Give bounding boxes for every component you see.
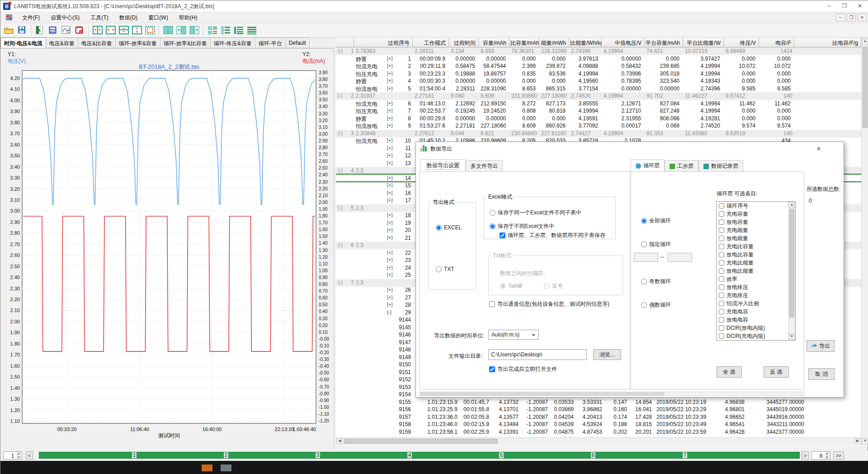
table-row-4[interactable]: [+]4静置00:00:30.30.000000.000000.0000.000… xyxy=(336,77,861,85)
layout-list-3-icon[interactable] xyxy=(232,24,245,36)
tab-multifile-export[interactable]: 多文件导出 xyxy=(466,160,503,172)
column-header-8[interactable]: 中值电压/V xyxy=(602,38,645,47)
column-header-0[interactable] xyxy=(336,38,354,47)
radio-different-excel-file[interactable]: 保存于不同Excel文件中 xyxy=(490,223,554,230)
radio-odd-cycles[interactable]: 奇数循环 xyxy=(641,278,671,285)
page-next-button[interactable]: > xyxy=(802,451,809,460)
taskbar-app-icon-2[interactable] xyxy=(221,465,231,471)
table-row-5[interactable]: [+]5恒流放电01:54:00.42.28311228.310908.6538… xyxy=(336,85,861,93)
item-checkbox[interactable] xyxy=(719,268,724,274)
radio-even-cycles[interactable]: 偶数循环 xyxy=(641,301,671,309)
browse-button[interactable]: 浏览... xyxy=(593,349,621,360)
minimize-button[interactable]: ─ xyxy=(821,0,837,12)
list-item-充电比容量[interactable]: 充电比容量 xyxy=(717,242,795,251)
export-button[interactable]: 导出 xyxy=(807,340,835,352)
checkbox-channel-info[interactable]: 导出通道信息(包括设备信息、测试时间信息等) xyxy=(489,300,609,308)
table-row-2[interactable]: [+]2恒流充电00:29:11.90.5847558.475442.39923… xyxy=(336,62,861,70)
item-checkbox[interactable] xyxy=(719,211,724,217)
tab-export-settings[interactable]: 数据导出设置 xyxy=(420,159,466,171)
pager-number-7[interactable]: 7 xyxy=(683,452,687,458)
checkbox-open-after-export[interactable]: 导出完成后立即打开文件 xyxy=(489,365,557,373)
page-prev-button[interactable]: < xyxy=(26,451,33,460)
scroll-right-icon[interactable]: ▶ xyxy=(854,438,861,444)
radio-excel[interactable]: EXCEL xyxy=(436,224,462,231)
list-item-放电比能量[interactable]: 放电比能量 xyxy=(717,267,795,275)
list-item-充电终压[interactable]: 充电终压 xyxy=(717,291,795,299)
page-spinner-left[interactable]: 1▲▼ xyxy=(3,451,22,460)
excel-export-icon[interactable]: X xyxy=(34,24,46,36)
cancel-button[interactable]: 取 消 xyxy=(808,368,835,380)
select-all-button[interactable]: 全 选 xyxy=(717,366,742,378)
radio-comma[interactable]: 逗号 xyxy=(544,282,563,290)
table-row-9155[interactable]: 91551.01:23:15.900:01:45.74.13732-1.2008… xyxy=(336,398,861,406)
column-header-11[interactable]: 终压/V xyxy=(724,38,759,47)
list-item-充电电容[interactable]: 充电电容 xyxy=(717,308,795,316)
list-item-充电能量[interactable]: 充电能量 xyxy=(717,226,795,234)
item-checkbox[interactable] xyxy=(719,284,724,290)
list-item-放电电容[interactable]: 放电电容 xyxy=(717,316,795,324)
list-item-充电比能量[interactable]: 充电比能量 xyxy=(717,259,795,267)
item-checkbox[interactable] xyxy=(719,293,724,298)
menu-item-5[interactable]: 帮助(H) xyxy=(174,12,203,23)
column-header-2[interactable]: 工作模式 xyxy=(413,38,449,47)
collapse-icon[interactable]: [-] xyxy=(338,130,343,136)
save-file-icon[interactable] xyxy=(16,24,28,36)
maximize-button[interactable]: ❐ xyxy=(837,0,852,12)
mdi-restore-button[interactable]: ❐ xyxy=(847,14,856,21)
layout-list-4-icon[interactable] xyxy=(245,24,258,36)
table-row-2[interactable]: [-]22.319372.271819.0808.609231.93660227… xyxy=(336,92,861,100)
menu-item-1[interactable]: 设置中心(S) xyxy=(45,12,85,23)
list-item-效率[interactable]: 效率 xyxy=(717,275,795,283)
cycle-range-start-input[interactable] xyxy=(634,253,658,262)
item-checkbox[interactable] xyxy=(719,244,724,249)
layout-list-2-icon[interactable] xyxy=(219,24,231,36)
list-scrollbar[interactable]: ▲ ▼ xyxy=(788,202,795,340)
item-checkbox[interactable] xyxy=(719,325,724,331)
menu-item-2[interactable]: 工具(T) xyxy=(85,12,113,23)
table-row-9158[interactable]: 91581.01:23:46.000:02:15.94.13484-1.2008… xyxy=(336,421,861,428)
dialog-close-icon[interactable]: ✕ xyxy=(815,145,823,153)
item-checkbox[interactable] xyxy=(719,236,724,241)
menu-item-0[interactable]: 文件(F) xyxy=(17,12,45,23)
collapse-icon[interactable]: [-] xyxy=(338,205,343,210)
item-checkbox[interactable] xyxy=(719,309,724,314)
cycle-range-end-input[interactable] xyxy=(668,253,692,262)
chart-settings-icon[interactable] xyxy=(60,24,72,36)
dialog-scrollbar[interactable] xyxy=(420,392,805,396)
table-row-9156[interactable]: 91561.01:23:25.900:01:55.84.13701-1.2008… xyxy=(336,406,861,413)
menu-item-4[interactable]: 窗口(W) xyxy=(143,12,173,23)
column-header-4[interactable]: 容量/mAh xyxy=(479,38,509,47)
table-row-7[interactable]: [+]7恒压充电00:22:53.70.1924519.245200.80880… xyxy=(336,107,861,115)
column-header-13[interactable]: 比电容/F/g xyxy=(794,38,861,47)
column-header-9[interactable]: 平台容量/mAh xyxy=(645,38,683,47)
v-scroll-thumb[interactable] xyxy=(863,47,868,128)
table-row-9159[interactable]: 91591.01:23:56.100:02:25.94.13391-1.2008… xyxy=(336,428,861,436)
mdi-close-button[interactable]: ✕ xyxy=(858,14,867,21)
table-row-9157[interactable]: 91571.01:23:36.000:02:05.84.13577-1.2008… xyxy=(336,413,861,421)
list-scroll-down-icon[interactable]: ▼ xyxy=(789,334,795,340)
output-dir-input[interactable]: C:\Users\pc\Desktop\ xyxy=(488,349,587,360)
collapse-icon[interactable]: [-] xyxy=(338,48,343,53)
window-insert-right-icon[interactable] xyxy=(188,24,200,36)
close-button[interactable]: ✕ xyxy=(852,0,868,12)
column-header-12[interactable]: 电容/F xyxy=(759,38,794,47)
collapse-icon[interactable]: [-] xyxy=(338,280,343,285)
table-vertical-scrollbar[interactable]: ▲ ▼ xyxy=(861,38,868,446)
maximize-view-icon[interactable] xyxy=(144,24,156,36)
radio-tab-key[interactable]: Tab键 xyxy=(500,282,522,290)
list-item-放电终压[interactable]: 放电终压 xyxy=(717,283,795,291)
column-header-1[interactable]: 过程序号 xyxy=(354,38,413,47)
tab-step-layer[interactable]: 工步层 xyxy=(665,160,698,172)
item-checkbox[interactable] xyxy=(719,260,724,265)
chart-plot[interactable]: 4.204.104.003.903.803.703.603.503.403.30… xyxy=(0,38,334,431)
list-item-充电容量[interactable]: 充电容量 xyxy=(717,210,795,218)
cycle-items-list[interactable]: 循环序号充电容量放电容量充电能量放电能量充电比容量放电比容量充电比能量放电比能量… xyxy=(716,201,796,341)
table-row-6[interactable]: [+]6恒流充电01:46:13.02.12692212.691508.2728… xyxy=(336,100,861,108)
radio-txt[interactable]: TXT xyxy=(436,266,454,272)
split-horizontal-icon[interactable] xyxy=(91,24,104,36)
pager-number-5[interactable]: 5 xyxy=(499,452,504,458)
menu-item-3[interactable]: 数据(D) xyxy=(114,12,143,23)
tab-cycle-layer[interactable]: 循环层 xyxy=(631,159,665,171)
expand-view-icon[interactable] xyxy=(131,24,143,36)
scroll-up-icon[interactable]: ▲ xyxy=(862,38,868,45)
